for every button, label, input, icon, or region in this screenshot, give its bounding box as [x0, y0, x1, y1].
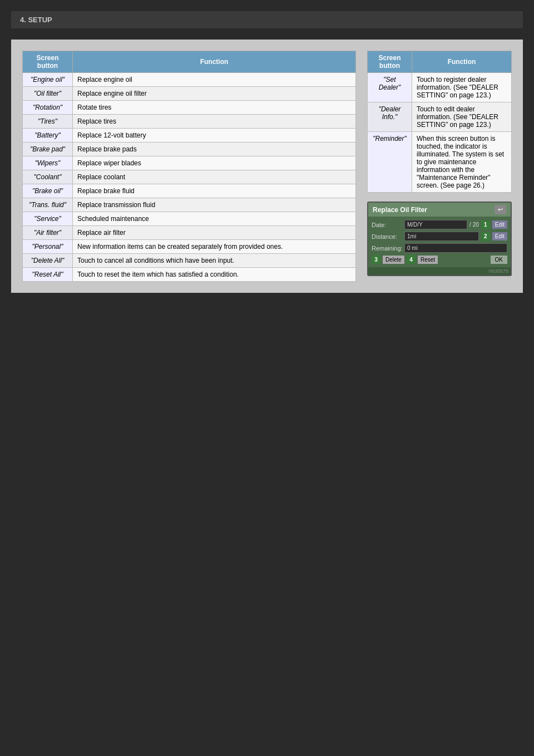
- screen-delete-badge: 3: [372, 255, 380, 264]
- right-function-table: Screen button Function "Set Dealer"Touch…: [367, 51, 512, 193]
- left-table-function-cell: Replace air filter: [73, 226, 356, 240]
- left-table-button-cell: "Engine oil": [23, 73, 73, 87]
- right-table-button-cell: "Dealer Info.": [368, 102, 412, 132]
- left-table-function-cell: Touch to reset the item which has satisf…: [73, 268, 356, 282]
- left-table-button-cell: "Delete All": [23, 254, 73, 268]
- left-table-function-cell: Replace brake pads: [73, 143, 356, 156]
- screen-distance-row: Distance: 2 Edit: [372, 232, 507, 241]
- left-table-button-cell: "Trans. fluid": [23, 198, 73, 212]
- left-table-button-cell: "Battery": [23, 129, 73, 143]
- left-table-function-cell: Replace coolant: [73, 170, 356, 184]
- screen-version: V630575: [368, 267, 511, 275]
- right-table-function-cell: Touch to edit dealer information. (See "…: [412, 102, 512, 132]
- screen-date-badge: 1: [481, 220, 490, 229]
- left-table-button-cell: "Wipers": [23, 156, 73, 170]
- screen-delete-button[interactable]: Delete: [383, 256, 404, 264]
- left-function-table: Screen button Function "Engine oil"Repla…: [22, 51, 356, 282]
- screen-distance-edit-button[interactable]: Edit: [492, 232, 507, 240]
- screen-mockup: Replace Oil Filter ↩ Date: / 20 1 Edit D…: [367, 202, 512, 276]
- screen-remaining-row: Remaining:: [372, 243, 507, 253]
- right-side: Screen button Function "Set Dealer"Touch…: [367, 51, 512, 276]
- screen-distance-input[interactable]: [404, 232, 479, 241]
- left-table-function-cell: Replace engine oil filter: [73, 87, 356, 101]
- screen-date-label: Date:: [372, 222, 402, 228]
- left-table-button-cell: "Coolant": [23, 170, 73, 184]
- right-table-button-cell: "Reminder": [368, 132, 412, 193]
- right-table-function-cell: When this screen button is touched, the …: [412, 132, 512, 193]
- left-table-button-cell: "Oil filter": [23, 87, 73, 101]
- left-table-function-cell: Replace engine oil: [73, 73, 356, 87]
- right-table-button-cell: "Set Dealer": [368, 73, 412, 102]
- screen-body: Date: / 20 1 Edit Distance: 2 Edit: [368, 217, 511, 267]
- screen-distance-label: Distance:: [372, 233, 402, 240]
- left-table-button-cell: "Rotation": [23, 101, 73, 115]
- screen-back-button[interactable]: ↩: [495, 205, 506, 214]
- left-table-function-cell: Rotate tires: [73, 101, 356, 115]
- screen-title-bar: Replace Oil Filter ↩: [368, 203, 511, 217]
- screen-reset-button[interactable]: Reset: [418, 256, 438, 264]
- right-table-wrapper: Screen button Function "Set Dealer"Touch…: [367, 51, 512, 193]
- left-table-button-cell: "Brake pad": [23, 143, 73, 156]
- screen-ok-button[interactable]: OK: [491, 256, 507, 264]
- left-table-function-cell: Scheduled maintenance: [73, 212, 356, 226]
- left-table-button-cell: "Tires": [23, 115, 73, 129]
- screen-distance-badge: 2: [481, 232, 490, 241]
- screen-reset-badge: 4: [407, 255, 416, 264]
- screen-date-slash: / 20: [469, 222, 479, 228]
- screen-date-input[interactable]: [404, 220, 467, 229]
- screen-date-edit-button[interactable]: Edit: [492, 220, 507, 229]
- left-table-function-cell: Touch to cancel all conditions which hav…: [73, 254, 356, 268]
- left-table-button-cell: "Service": [23, 212, 73, 226]
- right-col2-header: Function: [412, 51, 512, 73]
- page-background: 4. SETUP Screen button Function "Engine …: [0, 0, 534, 756]
- left-table-function-cell: Replace brake fluid: [73, 184, 356, 198]
- content-area: Screen button Function "Engine oil"Repla…: [11, 40, 523, 293]
- left-col1-header: Screen button: [23, 51, 73, 73]
- left-table-button-cell: "Air filter": [23, 226, 73, 240]
- left-table-button-cell: "Personal": [23, 240, 73, 254]
- screen-date-row: Date: / 20 1 Edit: [372, 220, 507, 229]
- page-title: 4. SETUP: [20, 16, 52, 24]
- left-table-function-cell: New information items can be created sep…: [73, 240, 356, 254]
- left-table-function-cell: Replace 12-volt battery: [73, 129, 356, 143]
- right-col1-header: Screen button: [368, 51, 412, 73]
- left-table-function-cell: Replace wiper blades: [73, 156, 356, 170]
- left-table-wrapper: Screen button Function "Engine oil"Repla…: [22, 51, 356, 282]
- left-col2-header: Function: [73, 51, 356, 73]
- header-bar: 4. SETUP: [11, 11, 523, 28]
- screen-title: Replace Oil Filter: [373, 206, 427, 214]
- screen-footer: 3 Delete 4 Reset OK: [372, 255, 507, 264]
- left-table-button-cell: "Reset All": [23, 268, 73, 282]
- screen-remaining-label: Remaining:: [372, 245, 402, 252]
- right-table-function-cell: Touch to register dealer information. (S…: [412, 73, 512, 102]
- left-table-function-cell: Replace tires: [73, 115, 356, 129]
- left-table-button-cell: "Brake oil": [23, 184, 73, 198]
- left-table-function-cell: Replace transmission fluid: [73, 198, 356, 212]
- screen-remaining-input[interactable]: [404, 243, 507, 253]
